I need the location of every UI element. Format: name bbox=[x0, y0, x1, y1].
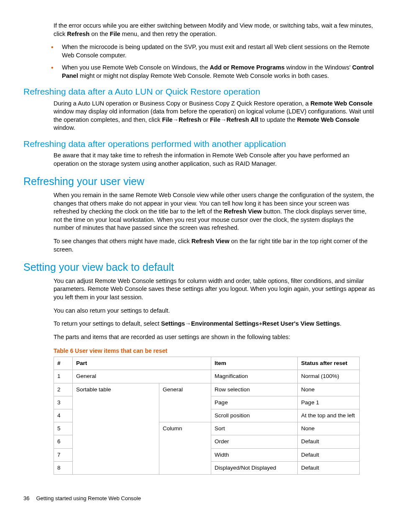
cell: At the top and the left bbox=[298, 409, 360, 422]
table-header-row: # Part Item Status after reset bbox=[54, 357, 360, 370]
cell: Order bbox=[211, 435, 298, 448]
bold-text: Remote Web Console bbox=[310, 100, 373, 107]
cell: None bbox=[298, 383, 360, 396]
text: might or might not display Remote Web Co… bbox=[78, 72, 329, 79]
list-item: When the microcode is being updated on t… bbox=[23, 43, 376, 59]
cell bbox=[159, 448, 211, 461]
cell bbox=[159, 461, 211, 474]
cell: Scroll position bbox=[211, 409, 298, 422]
bold-text: Reset User's View Settings bbox=[262, 320, 340, 327]
cell: General bbox=[73, 370, 211, 383]
col-part: Part bbox=[73, 357, 211, 370]
paragraph: To see changes that others might have ma… bbox=[54, 237, 376, 254]
paragraph: When you remain in the same Remote Web C… bbox=[54, 191, 376, 232]
section-heading: Refreshing your user view bbox=[23, 175, 376, 189]
text: to update the bbox=[258, 116, 297, 123]
text: window in the Windows' bbox=[284, 64, 352, 71]
text: window. bbox=[54, 124, 75, 131]
bold-text: Refresh View bbox=[192, 238, 230, 244]
paragraph: During a Auto LUN operation or Business … bbox=[54, 100, 376, 132]
cell bbox=[73, 396, 159, 409]
cell: 2 bbox=[54, 383, 73, 396]
cell bbox=[159, 409, 211, 422]
paragraph: You can adjust Remote Web Console settin… bbox=[54, 277, 376, 302]
cell: 1 bbox=[54, 370, 73, 383]
cell bbox=[73, 461, 159, 474]
cell: 6 bbox=[54, 435, 73, 448]
reset-table: # Part Item Status after reset 1 General… bbox=[54, 357, 360, 475]
bullet-list: When the microcode is being updated on t… bbox=[23, 43, 376, 80]
cell bbox=[73, 435, 159, 448]
intro-paragraph: If the error occurs while you are either… bbox=[54, 22, 376, 38]
col-status: Status after reset bbox=[298, 357, 360, 370]
plus-icon: + bbox=[259, 320, 262, 327]
paragraph: Be aware that it may take time to refres… bbox=[54, 152, 376, 168]
cell: Column bbox=[159, 422, 211, 435]
cell: None bbox=[298, 422, 360, 435]
text: During a Auto LUN operation or Business … bbox=[54, 100, 310, 107]
paragraph: The parts and items that are recorded as… bbox=[54, 333, 376, 342]
section-heading: Refreshing data after a Auto LUN or Quic… bbox=[23, 86, 376, 98]
section-heading: Setting your view back to default bbox=[23, 260, 376, 275]
cell: Default bbox=[298, 461, 360, 474]
cell: 4 bbox=[54, 409, 73, 422]
text: menu, and then retry the operation. bbox=[120, 31, 217, 37]
cell: Displayed/Not Displayed bbox=[211, 461, 298, 474]
bold-text: Refresh bbox=[179, 116, 201, 123]
bold-text: Refresh All bbox=[226, 116, 258, 123]
text: To return your settings to default, sele… bbox=[54, 320, 161, 327]
cell bbox=[73, 409, 159, 422]
cell: Magnification bbox=[211, 370, 298, 383]
arrow-icon: → bbox=[173, 116, 179, 123]
table-row: 2 Sortable table General Row selection N… bbox=[54, 383, 360, 396]
cell: Sortable table bbox=[73, 383, 159, 396]
col-num: # bbox=[54, 357, 73, 370]
page-footer: 36Getting started using Remote Web Conso… bbox=[23, 495, 376, 502]
list-item: When you use Remote Web Console on Windo… bbox=[23, 64, 376, 80]
refresh-label: Refresh bbox=[67, 31, 90, 37]
paragraph: You can also return your settings to def… bbox=[54, 307, 376, 315]
cell: 3 bbox=[54, 396, 73, 409]
cell: Default bbox=[298, 448, 360, 461]
arrow-icon: → bbox=[185, 320, 191, 327]
cell bbox=[73, 422, 159, 435]
cell: Row selection bbox=[211, 383, 298, 396]
bold-text: Add or Remove Programs bbox=[210, 64, 285, 71]
cell: Sort bbox=[211, 422, 298, 435]
table-row: 1 General Magnification Normal (100%) bbox=[54, 370, 360, 383]
table-row: 3 Page Page 1 bbox=[54, 396, 360, 409]
bold-text: Remote Web Console bbox=[297, 116, 359, 123]
text: on the bbox=[90, 31, 110, 37]
cell: 8 bbox=[54, 461, 73, 474]
cell: 5 bbox=[54, 422, 73, 435]
cell bbox=[159, 435, 211, 448]
cell: Page 1 bbox=[298, 396, 360, 409]
text: When the microcode is being updated on t… bbox=[62, 44, 369, 59]
cell bbox=[73, 448, 159, 461]
cell: Width bbox=[211, 448, 298, 461]
bold-text: Environmental Settings bbox=[191, 320, 259, 327]
table-row: 6 Order Default bbox=[54, 435, 360, 448]
text: . bbox=[340, 320, 342, 327]
table-row: 8 Displayed/Not Displayed Default bbox=[54, 461, 360, 474]
footer-text: Getting started using Remote Web Console bbox=[36, 495, 141, 501]
table-title: Table 6 User view items that can be rese… bbox=[54, 347, 376, 355]
file-label: File bbox=[110, 31, 120, 37]
table-row: 4 Scroll position At the top and the lef… bbox=[54, 409, 360, 422]
arrow-icon: → bbox=[220, 116, 227, 123]
cell: Normal (100%) bbox=[298, 370, 360, 383]
cell: 7 bbox=[54, 448, 73, 461]
text: or bbox=[201, 116, 210, 123]
table-row: 7 Width Default bbox=[54, 448, 360, 461]
cell: Page bbox=[211, 396, 298, 409]
cell: Default bbox=[298, 435, 360, 448]
paragraph: To return your settings to default, sele… bbox=[54, 320, 376, 328]
table-row: 5 Column Sort None bbox=[54, 422, 360, 435]
text: When you use Remote Web Console on Windo… bbox=[62, 64, 210, 71]
bold-text: Refresh View bbox=[224, 208, 262, 215]
text: To see changes that others might have ma… bbox=[54, 238, 192, 244]
bold-text: File bbox=[210, 116, 220, 123]
section-heading: Refreshing data after operations perform… bbox=[23, 138, 376, 150]
page-number: 36 bbox=[23, 495, 29, 501]
cell: General bbox=[159, 383, 211, 396]
